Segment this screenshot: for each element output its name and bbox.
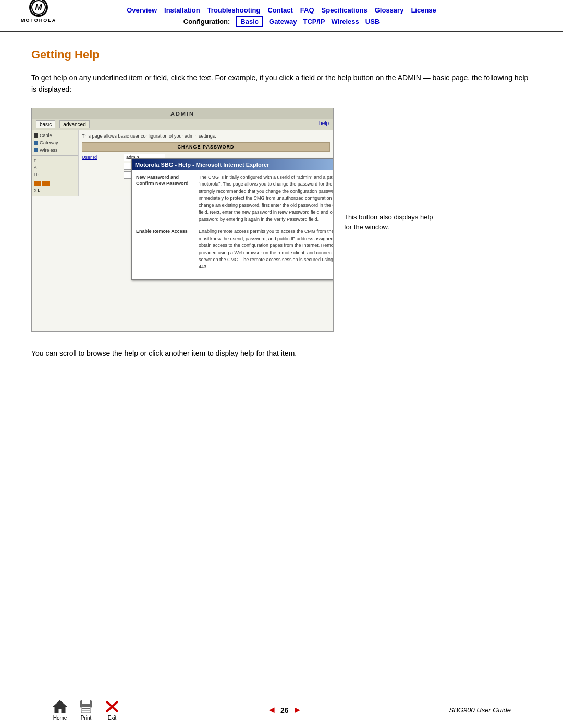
- bottom-paragraph: You can scroll to browse the help or cli…: [31, 348, 532, 359]
- sidebar-label-gateway: Gateway: [40, 140, 58, 145]
- admin-header: ADMIN: [32, 108, 333, 119]
- admin-tab-basic[interactable]: basic: [36, 120, 55, 128]
- sidebar-icon-red1: [34, 181, 41, 186]
- nav-faq[interactable]: FAQ: [300, 6, 314, 14]
- motorola-icon: M: [29, 0, 48, 17]
- footer-left: Home Print Exit: [52, 699, 120, 721]
- sidebar-divider: [32, 155, 78, 156]
- sidebar-label-cable: Cable: [40, 133, 52, 138]
- admin-description: This page allows basic user configuratio…: [82, 133, 330, 140]
- svg-rect-6: [82, 710, 90, 711]
- userid-label[interactable]: User Id: [82, 155, 124, 160]
- nav-troubleshooting[interactable]: Troubleshooting: [207, 6, 261, 14]
- ie-label-1: New Password andConfirm New Password: [136, 174, 193, 224]
- admin-tab-advanced[interactable]: advanced: [59, 120, 89, 128]
- ie-section-2: Enable Remote Access Enabling remote acc…: [136, 228, 334, 270]
- home-label: Home: [53, 715, 67, 721]
- header-top: M MOTOROLA Overview Installation Trouble…: [21, 6, 542, 14]
- admin-sidebar: Cable Gateway Wireless F: [32, 130, 79, 196]
- ie-content: New Password andConfirm New Password The…: [132, 170, 334, 279]
- sidebar-label-ir: I Ir: [34, 172, 39, 177]
- sidebar-item-a[interactable]: A: [32, 164, 78, 171]
- config-gateway-link[interactable]: Gateway: [269, 18, 297, 26]
- main-content: Getting Help To get help on any underlin…: [0, 32, 563, 375]
- admin-ui: ADMIN basic advanced help Cable: [32, 108, 333, 196]
- logo-area: M MOTOROLA: [21, 0, 56, 23]
- nav-glossary[interactable]: Glossary: [375, 6, 404, 14]
- admin-tab-help[interactable]: help: [319, 120, 329, 128]
- nav-specifications[interactable]: Specifications: [322, 6, 368, 14]
- config-usb-link[interactable]: USB: [365, 18, 380, 26]
- svg-rect-5: [82, 708, 90, 709]
- exit-label: Exit: [108, 715, 117, 721]
- svg-rect-7: [82, 700, 90, 704]
- ie-text-1: The CMG is initially configured with a u…: [199, 174, 334, 224]
- config-label: Configuration:: [183, 18, 230, 26]
- page-number: 26: [280, 706, 289, 714]
- config-tcpip-link[interactable]: TCP/IP: [303, 18, 325, 26]
- prev-page-button[interactable]: ◄: [267, 705, 276, 715]
- svg-marker-2: [53, 700, 67, 713]
- print-icon: [78, 699, 94, 714]
- next-page-button[interactable]: ►: [293, 705, 302, 715]
- intro-paragraph: To get help on any underlined item or fi…: [31, 72, 532, 95]
- sidebar-item-f[interactable]: F: [32, 157, 78, 164]
- top-nav: Overview Installation Troubleshooting Co…: [127, 6, 436, 14]
- admin-body: Cable Gateway Wireless F: [32, 130, 333, 196]
- home-button[interactable]: Home: [52, 699, 68, 721]
- nav-overview[interactable]: Overview: [127, 6, 157, 14]
- ie-content-wrapper: New Password andConfirm New Password The…: [132, 170, 334, 279]
- sidebar-item-cable[interactable]: Cable: [32, 132, 78, 139]
- sidebar-label-f: F: [34, 158, 36, 163]
- exit-icon: [104, 699, 120, 714]
- ie-section-1: New Password andConfirm New Password The…: [136, 174, 334, 224]
- ie-help-popup: Motorola SBG - Help - Microsoft Internet…: [131, 158, 334, 280]
- nav-license[interactable]: License: [411, 6, 436, 14]
- admin-tabs: basic advanced help: [32, 119, 333, 130]
- screenshot-container: ADMIN basic advanced help Cable: [31, 108, 532, 332]
- svg-text:M: M: [35, 3, 43, 12]
- page-title: Getting Help: [31, 48, 532, 61]
- sidebar-item-wireless[interactable]: Wireless: [32, 146, 78, 154]
- config-wireless-link[interactable]: Wireless: [331, 18, 359, 26]
- nav-installation[interactable]: Installation: [164, 6, 200, 14]
- sidebar-icon-cable: [34, 133, 38, 138]
- exit-button[interactable]: Exit: [104, 699, 120, 721]
- print-label: Print: [81, 715, 92, 721]
- guide-title: SBG900 User Guide: [449, 706, 511, 714]
- home-icon: [52, 699, 68, 714]
- footer-pagination: ◄ 26 ►: [267, 705, 302, 715]
- sidebar-label-xl: X L: [34, 188, 40, 193]
- ie-text-2: Enabling remote access permits you to ac…: [199, 228, 334, 270]
- ie-title: Motorola SBG - Help - Microsoft Internet…: [135, 162, 269, 168]
- sidebar-icon-wireless: [34, 148, 38, 152]
- sidebar-item-gateway[interactable]: Gateway: [32, 139, 78, 146]
- config-nav: Configuration: Basic Gateway TCP/IP Wire…: [183, 16, 380, 27]
- nav-contact[interactable]: Contact: [267, 6, 292, 14]
- config-basic-link[interactable]: Basic: [236, 16, 263, 27]
- admin-main-area: This page allows basic user configuratio…: [79, 130, 333, 196]
- page-footer: Home Print Exit ◄ 26 ► SBG900 User Guide: [0, 692, 563, 728]
- sidebar-label-a: A: [34, 165, 36, 170]
- brand-name: MOTOROLA: [21, 18, 56, 23]
- print-button[interactable]: Print: [78, 699, 94, 721]
- admin-screenshot: ADMIN basic advanced help Cable: [31, 108, 334, 332]
- sidebar-icon-gateway: [34, 141, 38, 145]
- sidebar-label-wireless: Wireless: [40, 147, 58, 153]
- callout-text: This button also displays help for the w…: [344, 212, 438, 232]
- motorola-logo: M MOTOROLA: [21, 0, 56, 23]
- ie-label-2: Enable Remote Access: [136, 228, 193, 270]
- sidebar-icon-red2: [42, 181, 50, 186]
- page-header: M MOTOROLA Overview Installation Trouble…: [0, 0, 563, 32]
- change-password-button[interactable]: CHANGE PASSWORD: [82, 142, 330, 152]
- ie-titlebar: Motorola SBG - Help - Microsoft Internet…: [132, 159, 334, 170]
- sidebar-item-ir[interactable]: I Ir: [32, 171, 78, 178]
